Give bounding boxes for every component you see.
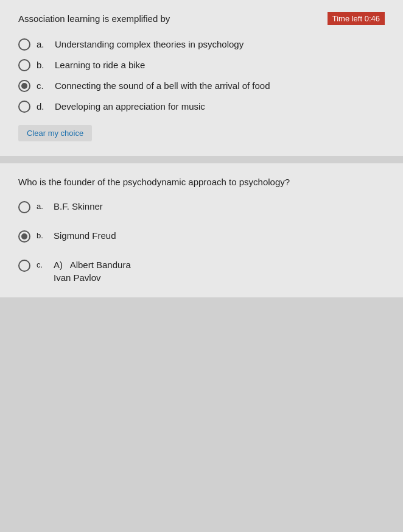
option-subtext-2-c: Ivan Pavlov: [54, 272, 131, 283]
option-label-1-c: c.: [37, 80, 49, 91]
option-label-2-c: c.: [37, 260, 47, 269]
question-2-text: Who is the founder of the psychodynamic …: [18, 176, 385, 190]
option-label-1-b: b.: [37, 60, 49, 70]
option-2-c[interactable]: c. A) Albert Bandura Ivan Pavlov: [18, 260, 385, 283]
radio-2-c[interactable]: [18, 260, 30, 272]
question-1-text: Association learning is exemplified by: [18, 12, 318, 26]
option-1-a[interactable]: a. Understanding complex theories in psy…: [18, 38, 385, 51]
radio-1-c[interactable]: [18, 80, 30, 92]
radio-1-d[interactable]: [18, 101, 30, 113]
option-1-d[interactable]: d. Developing an appreciation for music: [18, 101, 385, 113]
radio-inner-1-c: [21, 83, 27, 89]
radio-inner-2-b: [21, 233, 27, 239]
question-header-1: Association learning is exemplified by T…: [18, 12, 385, 26]
option-2-b[interactable]: b. Sigmund Freud: [18, 230, 385, 243]
question-card-2: Who is the founder of the psychodynamic …: [0, 163, 403, 298]
option-prefix-2-c: A) Albert Bandura: [54, 260, 131, 270]
radio-1-b[interactable]: [18, 59, 30, 71]
option-text-1-d: Developing an appreciation for music: [55, 101, 205, 112]
option-1-c[interactable]: c. Connecting the sound of a bell with t…: [18, 80, 385, 92]
radio-2-b[interactable]: [18, 230, 30, 243]
option-label-1-a: a.: [37, 39, 49, 49]
option-text-block-2-c: A) Albert Bandura Ivan Pavlov: [54, 260, 131, 283]
radio-1-a[interactable]: [18, 38, 30, 51]
option-label-1-d: d.: [37, 101, 49, 112]
option-text-2-b: Sigmund Freud: [54, 230, 116, 241]
radio-2-a[interactable]: [18, 201, 30, 213]
option-text-1-b: Learning to ride a bike: [55, 60, 145, 70]
question-card-1: Association learning is exemplified by T…: [0, 0, 403, 156]
options-list-2: a. B.F. Skinner b. Sigmund Freud c. A) A…: [18, 201, 385, 283]
option-label-2-b: b.: [37, 231, 47, 240]
option-text-1-a: Understanding complex theories in psycho…: [55, 39, 244, 49]
option-text-2-a: B.F. Skinner: [54, 201, 103, 211]
option-2-a[interactable]: a. B.F. Skinner: [18, 201, 385, 213]
option-text-1-c: Connecting the sound of a bell with the …: [55, 80, 270, 91]
timer-badge: Time left 0:46: [328, 12, 385, 25]
options-list-1: a. Understanding complex theories in psy…: [18, 38, 385, 113]
option-1-b[interactable]: b. Learning to ride a bike: [18, 59, 385, 71]
clear-choice-button[interactable]: Clear my choice: [18, 125, 92, 141]
option-label-2-a: a.: [37, 202, 47, 211]
